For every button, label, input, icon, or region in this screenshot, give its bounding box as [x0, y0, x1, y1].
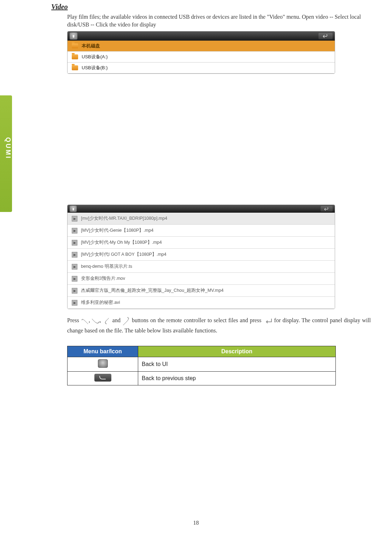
video-filename: [mv]少女时代-MR.TAXI_BDRIP[1080p].mp4: [81, 216, 167, 222]
video-filename: [MV]少女时代-My Oh My【1080P】.mp4: [81, 240, 162, 246]
video-file-row[interactable]: ▶[MV]少女时代-Genie【1080P】.mp4: [68, 225, 335, 237]
video-file-icon: ▶: [72, 264, 77, 270]
video-file-icon: ▶: [72, 228, 77, 234]
home-icon[interactable]: [70, 206, 77, 212]
svg-text:QUMI: QUMI: [5, 137, 11, 160]
disk-row-local[interactable]: 本机磁盘: [68, 41, 335, 52]
video-file-browser-screenshot: ▶[mv]少女时代-MR.TAXI_BDRIP[1080p].mp4 ▶[MV]…: [67, 205, 335, 309]
table-header-description: Description: [138, 346, 336, 357]
home-icon[interactable]: [70, 33, 77, 40]
titlebar: [68, 205, 335, 213]
disk-browser-screenshot: 本机磁盘 USB设备(A:) USB设备(B:): [67, 31, 335, 74]
video-filename: [MV]少女时代I GOT A BOY【1080P】.mp4: [81, 252, 166, 258]
video-filename: 杰威爾官方版_周杰倫_超跑女神_完整版_Jay_Chou_超跑女神_MV.mp4: [81, 288, 223, 294]
video-file-row[interactable]: ▶[mv]少女时代-MR.TAXI_BDRIP[1080p].mp4: [68, 213, 335, 225]
function-table: Menu bar/Icon Description Back to UI Bac…: [67, 346, 336, 385]
folder-icon: [72, 43, 78, 48]
arrow-up-icon: [81, 319, 89, 324]
video-file-row[interactable]: ▶benq-demo 明基演示片.ts: [68, 261, 335, 273]
arrow-down-icon: [92, 319, 100, 324]
video-file-row[interactable]: ▶[MV]少女时代I GOT A BOY【1080P】.mp4: [68, 249, 335, 261]
video-file-row[interactable]: ▶变形金刚3预告片.mov: [68, 273, 335, 285]
text: ,: [89, 317, 92, 323]
video-file-icon: ▶: [72, 288, 77, 294]
text: ,: [100, 317, 103, 323]
table-row: Back to UI: [68, 357, 336, 371]
section-title: Video: [51, 3, 371, 11]
press-instructions: Press , , and buttons on the remote cont…: [67, 315, 371, 336]
video-file-icon: ▶: [72, 252, 77, 258]
disk-row-usb-a[interactable]: USB设备(A:): [68, 52, 335, 63]
table-header-icon: Menu bar/Icon: [68, 346, 138, 357]
back-icon[interactable]: [318, 33, 333, 39]
description-cell: Back to UI: [138, 357, 336, 371]
disk-label: USB设备(A:): [82, 54, 108, 60]
folder-icon: [72, 54, 78, 59]
titlebar: [68, 31, 335, 41]
back-icon[interactable]: [321, 206, 333, 212]
icon-cell: [68, 357, 138, 371]
arrow-left-icon: [103, 319, 111, 324]
description-cell: Back to previous step: [138, 371, 336, 385]
video-file-icon: ▶: [72, 300, 77, 306]
intro-paragraph: Play film files; the available videos in…: [67, 13, 371, 28]
text: and: [111, 317, 122, 323]
text: Press: [67, 317, 81, 323]
video-filename: 维多利亚的秘密.avi: [81, 300, 120, 306]
enter-icon: [263, 319, 273, 324]
side-brand-tab: QUMI: [0, 95, 12, 212]
video-file-row[interactable]: ▶杰威爾官方版_周杰倫_超跑女神_完整版_Jay_Chou_超跑女神_MV.mp…: [68, 285, 335, 297]
table-row: Back to previous step: [68, 371, 336, 385]
qumi-logo: QUMI: [1, 113, 11, 184]
video-filename: benq-demo 明基演示片.ts: [81, 264, 132, 270]
page-number: 18: [0, 520, 392, 526]
video-filename: [MV]少女时代-Genie【1080P】.mp4: [81, 228, 153, 234]
back-icon: [94, 374, 111, 382]
arrow-right-icon: [122, 319, 130, 324]
folder-icon: [72, 65, 78, 70]
video-file-row[interactable]: ▶维多利亚的秘密.avi: [68, 297, 335, 309]
icon-cell: [68, 371, 138, 385]
disk-row-usb-b[interactable]: USB设备(B:): [68, 63, 335, 73]
video-filename: 变形金刚3预告片.mov: [81, 276, 125, 282]
disk-label: USB设备(B:): [82, 65, 108, 71]
video-file-row[interactable]: ▶[MV]少女时代-My Oh My【1080P】.mp4: [68, 237, 335, 249]
video-file-icon: ▶: [72, 276, 77, 282]
video-file-icon: ▶: [72, 240, 77, 246]
home-icon: [98, 359, 108, 368]
disk-label: 本机磁盘: [82, 43, 100, 49]
video-file-icon: ▶: [72, 216, 77, 222]
text: buttons on the remote controller to sele…: [132, 317, 263, 323]
